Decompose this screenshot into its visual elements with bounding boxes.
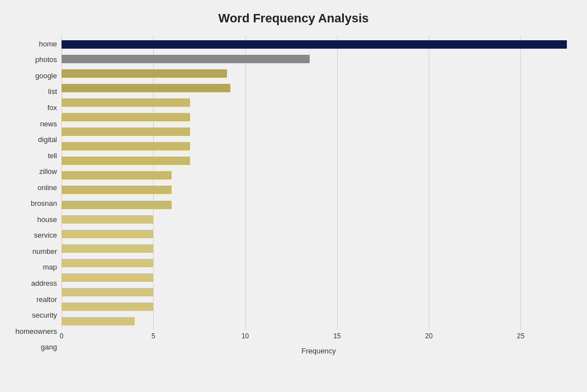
bar (61, 215, 153, 224)
bar-row (61, 154, 576, 168)
bar (61, 55, 310, 63)
bar-row (61, 51, 576, 66)
bar-row (61, 183, 576, 197)
bar-row (61, 95, 576, 110)
y-label: house (37, 216, 57, 223)
bar-row (61, 81, 576, 95)
y-label: online (37, 184, 57, 191)
y-label: map (43, 263, 57, 271)
bar-row (61, 300, 576, 314)
bar (61, 69, 227, 78)
plot-area: 0510152025 Frequency (61, 36, 576, 355)
y-axis-labels: homephotosgooglelistfoxnewsdigitaltellzi… (11, 36, 61, 355)
bar (61, 98, 190, 107)
bar-row (61, 125, 576, 139)
y-label: digital (38, 136, 57, 143)
x-tick-label: 10 (242, 332, 249, 340)
bar-row (61, 241, 576, 256)
y-label: photos (35, 56, 57, 63)
bar (61, 127, 190, 136)
bar-row (61, 314, 576, 329)
bar-row (61, 139, 576, 154)
bar-row (61, 37, 576, 51)
bar-row (61, 197, 576, 212)
x-tick-label: 5 (152, 332, 155, 340)
y-label: tell (48, 152, 57, 159)
bar-row (61, 285, 576, 300)
y-label: realtor (36, 296, 57, 303)
y-label: security (32, 311, 57, 319)
y-label: number (32, 248, 57, 255)
y-label: address (31, 280, 57, 287)
x-tick-label: 0 (60, 332, 64, 340)
y-label: brosnan (31, 200, 57, 207)
y-label: home (39, 40, 57, 48)
x-tick-label: 25 (517, 332, 524, 340)
bar (61, 259, 153, 267)
bar-row (61, 212, 576, 226)
bar-row (61, 168, 576, 183)
chart-title: Word Frequency Analysis (11, 11, 576, 26)
bars-and-grid (61, 36, 576, 330)
y-label: fox (48, 104, 57, 111)
x-tick-label: 20 (425, 332, 432, 340)
y-label: list (48, 88, 57, 95)
bar (61, 201, 172, 209)
bar (61, 244, 153, 253)
bar-row (61, 66, 576, 81)
bar (61, 273, 153, 282)
bar (61, 84, 230, 92)
x-tick-label: 15 (333, 332, 340, 340)
x-tick-labels: 0510152025 (61, 332, 576, 343)
y-label: gang (41, 343, 57, 351)
x-axis-title: Frequency (61, 347, 576, 355)
chart-container: Word Frequency Analysis homephotosgoogle… (0, 0, 587, 392)
bar-row (61, 271, 576, 285)
bar (61, 40, 567, 49)
y-label: service (34, 232, 57, 239)
bar-row (61, 110, 576, 124)
y-label: news (40, 120, 57, 127)
bar (61, 142, 190, 150)
bar (61, 288, 153, 296)
bar (61, 303, 153, 311)
bar (61, 171, 172, 180)
bar (61, 186, 172, 194)
bar (61, 113, 190, 121)
y-label: homeowners (16, 328, 57, 335)
bar (61, 157, 190, 165)
chart-area: homephotosgooglelistfoxnewsdigitaltellzi… (11, 36, 576, 355)
bar-row (61, 226, 576, 241)
y-label: google (35, 72, 57, 79)
y-label: zillow (39, 168, 57, 175)
x-axis: 0510152025 Frequency (61, 332, 576, 355)
bars-container (61, 36, 576, 330)
bar (61, 230, 153, 238)
bar-row (61, 256, 576, 270)
bar (61, 317, 135, 325)
